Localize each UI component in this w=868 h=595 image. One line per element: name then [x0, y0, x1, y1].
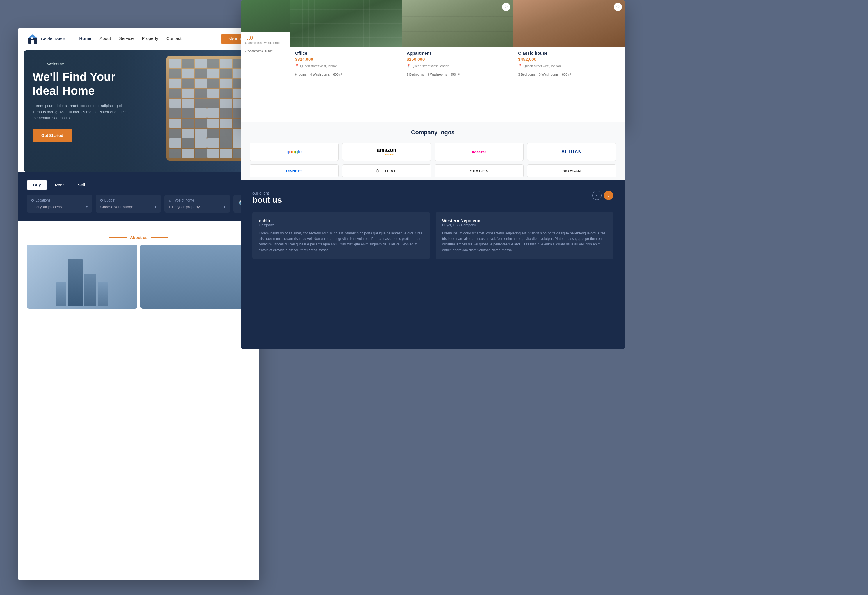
hero-building-image: [166, 56, 248, 161]
classic-house-stats: 3 Bedrooms 3 Washrooms 800m²: [518, 70, 620, 76]
type-select[interactable]: Find your property ▾: [169, 205, 225, 209]
property-listings-section: …0 Queen street west, london 3 Washrooms…: [241, 0, 625, 125]
type-of-home-filter[interactable]: ⌂ Type of home Find your property ▾: [164, 195, 230, 213]
altran-text: ALTRAN: [561, 149, 582, 154]
partial-stats: 3 Washrooms 800m²: [245, 47, 286, 53]
partial-area: 800m²: [265, 49, 273, 53]
office-listing-card: Office $324,000 📍 Queen street west, lon…: [290, 0, 402, 125]
about-img-left: [27, 245, 137, 309]
budget-select[interactable]: Choose your budget ▾: [100, 205, 156, 209]
office-area: 600m²: [333, 73, 342, 76]
amazon-text: amazon: [377, 147, 396, 153]
person1-text: Lorem ipsum dolor sit amet, consectetur …: [259, 230, 424, 253]
nav-about[interactable]: About: [99, 36, 111, 43]
classic-house-image: ♡: [514, 0, 625, 47]
about-images: [27, 245, 251, 309]
tidal-text: ⬡ TIDAL: [376, 169, 397, 173]
appartment-bedrooms: 7 Bedrooms: [407, 73, 424, 76]
nav-home[interactable]: Home: [79, 36, 92, 43]
classic-house-washrooms: 3 Washrooms: [539, 73, 558, 76]
building-medium: [84, 274, 96, 306]
hero-description: Lorem ipsum dolor sit amet, consectetur …: [32, 103, 131, 121]
testi-next-button[interactable]: ›: [604, 191, 613, 200]
testimonial-cards: echlin Company Lorem ipsum dolor sit ame…: [252, 212, 613, 260]
svg-rect-2: [31, 40, 34, 44]
nav-property[interactable]: Property: [142, 36, 158, 43]
type-of-home-label: ⌂ Type of home: [169, 198, 225, 202]
about-img-right: [140, 245, 251, 309]
testi-sub-label: our client: [252, 191, 282, 195]
appartment-area: 950m²: [450, 73, 459, 76]
building-short: [56, 282, 66, 306]
nav-contact[interactable]: Contact: [166, 36, 182, 43]
building-short-2: [98, 282, 108, 306]
office-image: [290, 0, 402, 47]
office-bg: [241, 0, 290, 32]
about-skyline: [140, 245, 251, 309]
spacex-text: SPACEX: [470, 169, 489, 173]
disney-logo: DISNEY+: [249, 164, 339, 177]
type-chevron-icon: ▾: [224, 205, 225, 208]
company-logos-title: Company logos: [249, 129, 616, 136]
appartment-name: Appartment: [407, 50, 509, 56]
svg-rect-3: [31, 37, 32, 39]
partial-washrooms: 3 Washrooms: [245, 49, 263, 53]
nav-service[interactable]: Service: [119, 36, 133, 43]
budget-chevron-icon: ▾: [155, 205, 156, 208]
appartment-building-visual: [402, 0, 514, 47]
classic-house-area: 800m²: [562, 73, 571, 76]
logo-text: Golde Home: [41, 37, 65, 41]
person1-role: Company: [259, 223, 424, 227]
location-filter[interactable]: Locations Find your property ▾: [27, 195, 92, 213]
classic-house-name: Classic house: [518, 50, 620, 56]
about-line-left: [109, 237, 127, 238]
tab-buy[interactable]: Buy: [27, 180, 47, 190]
classic-house-listing-card: ♡ Classic house $452,000 📍 Queen street …: [514, 0, 625, 125]
tab-sell[interactable]: Sell: [72, 180, 92, 190]
classic-house-bedrooms: 3 Bedrooms: [518, 73, 535, 76]
testimonials-section: our client bout us ‹ › echlin Company Lo…: [241, 180, 625, 349]
amazon-arrow: ~~~~~: [377, 153, 393, 157]
office-price: $324,000: [295, 57, 397, 62]
appartment-price: $250,000: [407, 57, 509, 62]
deezer-logo: ■deezer: [435, 143, 524, 161]
office-rooms: 6 rooms: [295, 73, 307, 76]
hero-welcome-text: Welcome: [47, 62, 64, 66]
home-icon: ⌂: [169, 198, 171, 202]
classic-house-details: Classic house $452,000 📍 Queen street we…: [514, 47, 625, 80]
partial-card-info: …0 Queen street west, london 3 Washrooms…: [241, 32, 290, 56]
tidal-logo: ⬡ TIDAL: [342, 164, 431, 177]
google-logo: google: [249, 143, 339, 161]
get-started-button[interactable]: Get Started: [32, 129, 72, 142]
search-filters: Locations Find your property ▾ Budget Ch…: [27, 195, 251, 213]
hero-welcome-line-left: [32, 64, 44, 64]
classic-house-favorite-button[interactable]: ♡: [614, 3, 622, 11]
about-section: About us: [18, 221, 260, 320]
testimonial-card-1: echlin Company Lorem ipsum dolor sit ame…: [252, 212, 430, 260]
person2-role: Buyer, PBS Company: [442, 223, 607, 227]
office-location-pin-icon: 📍: [295, 64, 299, 68]
office-address: 📍 Queen street west, london: [295, 64, 397, 68]
budget-dot-icon: [100, 199, 103, 202]
main-website-card: Golde Home Home About Service Property C…: [18, 28, 260, 580]
testi-prev-button[interactable]: ‹: [592, 191, 602, 200]
hero-welcome: Welcome: [32, 62, 131, 66]
testi-title: bout us: [252, 195, 282, 205]
person1-info: echlin Company: [259, 218, 424, 227]
partial-office-image: [241, 0, 290, 32]
person2-text: Lorem ipsum dolor sit amet, consectetur …: [442, 230, 607, 253]
location-select[interactable]: Find your property ▾: [31, 205, 87, 209]
classic-house-location-pin-icon: 📍: [518, 64, 522, 68]
office-name: Office: [295, 50, 397, 56]
office-stats: 6 rooms 4 Washrooms 600m²: [295, 70, 397, 76]
altran-logo: ALTRAN: [527, 143, 616, 161]
spacex-logo: SPACEX: [435, 164, 524, 177]
person2-name: Western Nepoleon: [442, 218, 607, 223]
budget-filter[interactable]: Budget Choose your budget ▾: [96, 195, 161, 213]
person2-info: Western Nepoleon Buyer, PBS Company: [442, 218, 607, 227]
partial-price: …0: [245, 35, 286, 41]
tab-rent[interactable]: Rent: [48, 180, 70, 190]
partial-previous-card: …0 Queen street west, london 3 Washrooms…: [241, 0, 290, 125]
budget-label: Budget: [100, 198, 156, 202]
logo: Golde Home: [27, 33, 65, 45]
